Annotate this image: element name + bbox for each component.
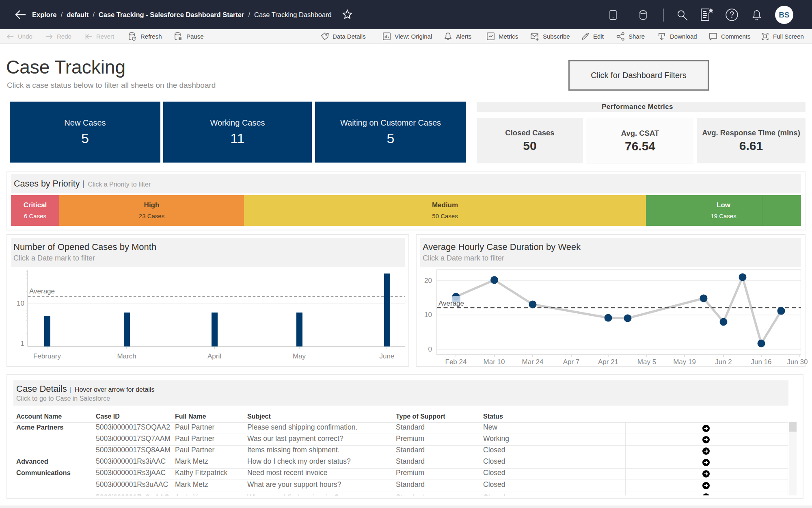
svg-text:Jun 16: Jun 16	[751, 358, 771, 366]
svg-text:Feb 24: Feb 24	[445, 358, 467, 366]
svg-text:June: June	[380, 352, 395, 360]
svg-text:March: March	[117, 352, 136, 360]
svg-text:Mar 10: Mar 10	[484, 358, 505, 366]
svg-text:0: 0	[428, 345, 432, 353]
svg-text:Average: Average	[29, 287, 55, 295]
svg-text:20: 20	[424, 277, 432, 284]
svg-text:1: 1	[21, 340, 24, 347]
svg-text:Mar 24: Mar 24	[522, 358, 544, 366]
svg-text:Jun 2: Jun 2	[715, 358, 732, 366]
svg-text:May 19: May 19	[673, 358, 696, 366]
svg-text:10: 10	[17, 300, 24, 307]
svg-text:May: May	[293, 352, 306, 360]
svg-text:Apr 7: Apr 7	[563, 358, 580, 366]
svg-text:Apr 21: Apr 21	[598, 358, 618, 366]
svg-text:April: April	[207, 352, 221, 360]
svg-text:February: February	[33, 352, 61, 360]
svg-text:May 5: May 5	[637, 358, 656, 366]
svg-text:Jun 30: Jun 30	[787, 358, 808, 366]
svg-text:10: 10	[424, 311, 432, 319]
